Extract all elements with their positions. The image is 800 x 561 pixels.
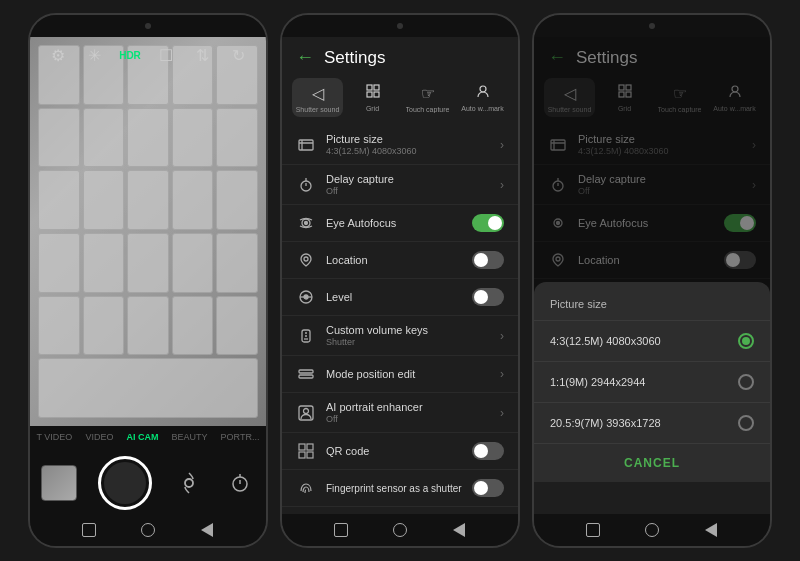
- svg-rect-5: [374, 85, 379, 90]
- camera-viewfinder: [30, 37, 266, 426]
- touch-icon: ☞: [421, 84, 435, 103]
- svg-point-0: [185, 479, 193, 487]
- top-bar: [282, 15, 518, 37]
- svg-point-17: [304, 257, 308, 261]
- qr-code-toggle[interactable]: [472, 442, 504, 460]
- setting-fingerprint[interactable]: Fingerprint sensor as a shutter: [282, 470, 518, 507]
- nav-home-icon[interactable]: [642, 520, 662, 540]
- settings-title: Settings: [324, 48, 385, 68]
- fingerprint-toggle[interactable]: [472, 479, 504, 497]
- shutter-button[interactable]: [98, 456, 152, 510]
- delay-capture-icon: [296, 175, 316, 195]
- svg-rect-31: [299, 452, 305, 458]
- back-button[interactable]: ←: [296, 47, 314, 68]
- svg-point-20: [304, 295, 308, 299]
- tab-watermark[interactable]: Auto w...mark: [457, 78, 508, 117]
- nav-recents-icon[interactable]: [449, 520, 469, 540]
- dialog-option-0[interactable]: 4:3(12.5M) 4080x3060: [534, 321, 770, 362]
- setting-mode-position[interactable]: Mode position edit ›: [282, 356, 518, 393]
- dialog-option-2-text: 20.5:9(7M) 3936x1728: [550, 417, 728, 429]
- settings-phone: ← Settings ◁ Shutter sound Grid: [280, 13, 520, 548]
- mode-ai-cam[interactable]: AI CAM: [126, 432, 158, 442]
- location-toggle[interactable]: [472, 251, 504, 269]
- camera-phone: ⚙ ✳ HDR ☐ ⇅ ↻ T VIDEO VIDEO: [28, 13, 268, 548]
- level-icon: [296, 287, 316, 307]
- mode-beauty[interactable]: BEAUTY: [172, 432, 208, 442]
- ai-portrait-icon: [296, 403, 316, 423]
- bottom-nav: [30, 514, 266, 546]
- volume-keys-arrow: ›: [500, 329, 504, 343]
- settings-icon[interactable]: ⚙: [46, 43, 70, 67]
- tab-shutter-sound[interactable]: ◁ Shutter sound: [292, 78, 343, 117]
- svg-point-28: [304, 408, 309, 413]
- dialog-option-1[interactable]: 1:1(9M) 2944x2944: [534, 362, 770, 403]
- setting-delay-capture[interactable]: Delay capture Off ›: [282, 165, 518, 205]
- camera-top-icons: ⚙ ✳ HDR ☐ ⇅ ↻: [30, 43, 266, 67]
- picture-size-dialog: Picture size 4:3(12.5M) 4080x3060 1:1(9M…: [534, 282, 770, 482]
- setting-level[interactable]: Level: [282, 279, 518, 316]
- switch-camera-icon[interactable]: [174, 468, 204, 498]
- location-icon: [296, 250, 316, 270]
- svg-rect-9: [299, 140, 313, 150]
- nav-recents-icon[interactable]: [197, 520, 217, 540]
- rotate-icon[interactable]: ↻: [226, 43, 250, 67]
- nav-back-icon[interactable]: [331, 520, 351, 540]
- live-icon[interactable]: ☐: [154, 43, 178, 67]
- picture-size-text: Picture size 4:3(12.5M) 4080x3060: [326, 133, 490, 156]
- cancel-button[interactable]: CANCEL: [534, 444, 770, 482]
- nav-recents-icon[interactable]: [701, 520, 721, 540]
- picture-size-arrow: ›: [500, 138, 504, 152]
- shutter-sound-icon: ◁: [312, 84, 324, 103]
- settings-header: ← Settings: [282, 37, 518, 74]
- timer-icon[interactable]: [225, 468, 255, 498]
- dialog-option-1-text: 1:1(9M) 2944x2944: [550, 376, 728, 388]
- tab-touch-capture[interactable]: ☞ Touch capture: [402, 78, 453, 117]
- radio-selected-0: [738, 333, 754, 349]
- front-camera-dot: [397, 23, 403, 29]
- flash-icon[interactable]: ✳: [82, 43, 106, 67]
- aspect-icon[interactable]: ⇅: [190, 43, 214, 67]
- level-toggle[interactable]: [472, 288, 504, 306]
- setting-eye-autofocus[interactable]: Eye Autofocus: [282, 205, 518, 242]
- nav-home-icon[interactable]: [138, 520, 158, 540]
- dialog-option-2[interactable]: 20.5:9(7M) 3936x1728: [534, 403, 770, 444]
- front-camera-dot: [145, 23, 151, 29]
- mode-position-text: Mode position edit: [326, 368, 490, 380]
- nav-home-icon[interactable]: [390, 520, 410, 540]
- eye-autofocus-toggle[interactable]: [472, 214, 504, 232]
- picture-size-icon: [296, 135, 316, 155]
- radio-empty-2: [738, 415, 754, 431]
- setting-picture-size[interactable]: Picture size 4:3(12.5M) 4080x3060 ›: [282, 125, 518, 165]
- nav-back-icon[interactable]: [79, 520, 99, 540]
- svg-rect-30: [307, 444, 313, 450]
- thumbnail-preview[interactable]: [41, 465, 77, 501]
- qr-code-text: QR code: [326, 445, 462, 457]
- mode-t-video[interactable]: T VIDEO: [37, 432, 73, 442]
- mode-portrait[interactable]: PORTR...: [221, 432, 260, 442]
- setting-ai-portrait[interactable]: AI portrait enhancer Off ›: [282, 393, 518, 433]
- grid-icon: [366, 84, 380, 102]
- mode-position-icon: [296, 364, 316, 384]
- dialog-title: Picture size: [534, 294, 770, 321]
- camera-modes: T VIDEO VIDEO AI CAM BEAUTY PORTR...: [30, 426, 266, 448]
- settings-tabs: ◁ Shutter sound Grid ☞ Touch capture: [282, 74, 518, 121]
- ai-portrait-text: AI portrait enhancer Off: [326, 401, 490, 424]
- watermark-icon: [476, 84, 490, 102]
- fingerprint-text: Fingerprint sensor as a shutter: [326, 483, 462, 494]
- mode-video[interactable]: VIDEO: [85, 432, 113, 442]
- dialog-option-0-text: 4:3(12.5M) 4080x3060: [550, 335, 728, 347]
- location-text: Location: [326, 254, 462, 266]
- setting-qr-code[interactable]: QR code: [282, 433, 518, 470]
- setting-location[interactable]: Location: [282, 242, 518, 279]
- volume-keys-icon: [296, 326, 316, 346]
- svg-rect-29: [299, 444, 305, 450]
- tab-grid-label: Grid: [366, 105, 379, 112]
- nav-back-icon[interactable]: [583, 520, 603, 540]
- ai-portrait-arrow: ›: [500, 406, 504, 420]
- tab-grid[interactable]: Grid: [347, 78, 398, 117]
- eye-autofocus-text: Eye Autofocus: [326, 217, 462, 229]
- svg-rect-7: [374, 92, 379, 97]
- hdr-icon[interactable]: HDR: [118, 43, 142, 67]
- setting-volume-keys[interactable]: Custom volume keys Shutter ›: [282, 316, 518, 356]
- camera-controls: [30, 448, 266, 514]
